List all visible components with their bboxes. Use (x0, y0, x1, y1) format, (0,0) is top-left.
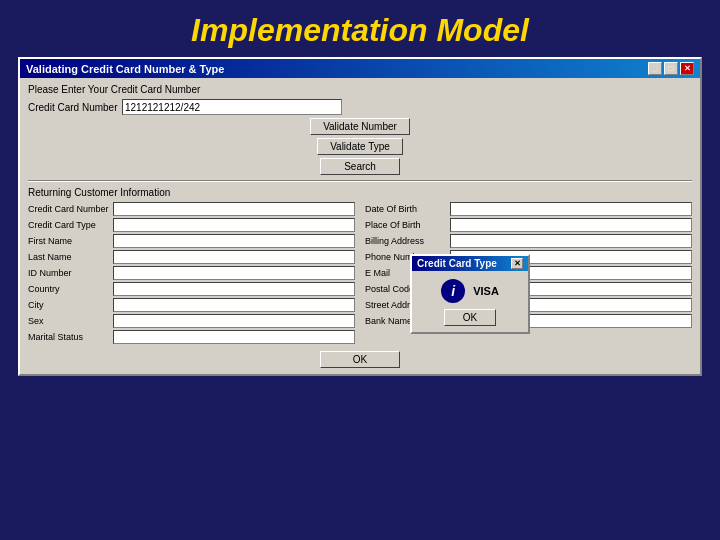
page-title: Implementation Model (0, 0, 720, 57)
dob-input[interactable] (450, 202, 692, 216)
validate-number-button[interactable]: Validate Number (310, 118, 410, 135)
field-row: Last Name (28, 250, 355, 264)
validate-type-row: Validate Type (28, 138, 692, 155)
marital-status-input[interactable] (113, 330, 355, 344)
window-titlebar: Validating Credit Card Number & Type _ □… (20, 59, 700, 78)
credit-card-type-dialog: Credit Card Type ✕ i VISA OK (410, 254, 530, 334)
ok-button-row: OK (28, 351, 692, 368)
city-input[interactable] (113, 298, 355, 312)
field-label: ID Number (28, 268, 113, 278)
window-controls: _ □ ✕ (648, 62, 694, 75)
field-label: City (28, 300, 113, 310)
field-row: Credit Card Number (28, 202, 355, 216)
customer-section: Returning Customer Information Credit Ca… (28, 187, 692, 368)
cust-cc-type-input[interactable] (113, 218, 355, 232)
validate-type-button[interactable]: Validate Type (317, 138, 403, 155)
cust-cc-number-input[interactable] (113, 202, 355, 216)
customer-grid: Credit Card Number Credit Card Type Firs… (28, 202, 692, 346)
field-row: Marital Status (28, 330, 355, 344)
maximize-button[interactable]: □ (664, 62, 678, 75)
field-label: Credit Card Type (28, 220, 113, 230)
field-label: Sex (28, 316, 113, 326)
dialog-title: Credit Card Type (417, 258, 497, 269)
country-input[interactable] (113, 282, 355, 296)
close-button[interactable]: ✕ (680, 62, 694, 75)
field-label: Last Name (28, 252, 113, 262)
field-row: Place Of Birth (365, 218, 692, 232)
instruction-label: Please Enter Your Credit Card Number (28, 84, 692, 95)
sex-input[interactable] (113, 314, 355, 328)
field-label: Marital Status (28, 332, 113, 342)
field-row: City (28, 298, 355, 312)
field-row: Credit Card Type (28, 218, 355, 232)
field-row: ID Number (28, 266, 355, 280)
field-row: First Name (28, 234, 355, 248)
credit-card-input[interactable] (122, 99, 342, 115)
field-label: Place Of Birth (365, 220, 450, 230)
dialog-message: VISA (473, 285, 499, 297)
field-label: First Name (28, 236, 113, 246)
customer-heading: Returning Customer Information (28, 187, 692, 198)
top-section: Please Enter Your Credit Card Number Cre… (28, 84, 692, 175)
main-window: Validating Credit Card Number & Type _ □… (18, 57, 702, 376)
main-ok-button[interactable]: OK (320, 351, 400, 368)
window-title: Validating Credit Card Number & Type (26, 63, 224, 75)
field-row: Country (28, 282, 355, 296)
window-body: Please Enter Your Credit Card Number Cre… (20, 78, 700, 374)
billing-address-input[interactable] (450, 234, 692, 248)
search-row: Search (28, 158, 692, 175)
last-name-input[interactable] (113, 250, 355, 264)
field-row: Sex (28, 314, 355, 328)
credit-card-input-row: Credit Card Number (28, 99, 692, 115)
field-row: Date Of Birth (365, 202, 692, 216)
info-icon: i (441, 279, 465, 303)
first-name-input[interactable] (113, 234, 355, 248)
search-button[interactable]: Search (320, 158, 400, 175)
credit-card-label: Credit Card Number (28, 102, 118, 113)
section-divider (28, 180, 692, 182)
dialog-icon-row: i VISA (441, 279, 499, 303)
dialog-body: i VISA OK (412, 271, 528, 332)
dialog-titlebar: Credit Card Type ✕ (412, 256, 528, 271)
pob-input[interactable] (450, 218, 692, 232)
field-label: Date Of Birth (365, 204, 450, 214)
left-column: Credit Card Number Credit Card Type Firs… (28, 202, 355, 346)
field-label: Credit Card Number (28, 204, 113, 214)
minimize-button[interactable]: _ (648, 62, 662, 75)
dialog-close-button[interactable]: ✕ (511, 258, 523, 269)
field-label: Country (28, 284, 113, 294)
dialog-ok-button[interactable]: OK (444, 309, 496, 326)
id-number-input[interactable] (113, 266, 355, 280)
top-buttons: Validate Number (28, 118, 692, 135)
field-label: Billing Address (365, 236, 450, 246)
field-row: Billing Address (365, 234, 692, 248)
